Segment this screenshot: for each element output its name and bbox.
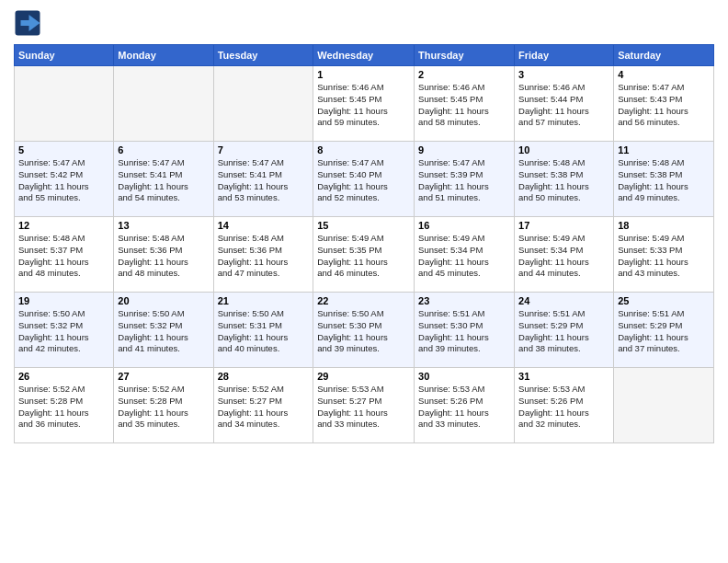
calendar-cell: 10Sunrise: 5:48 AM Sunset: 5:38 PM Dayli…: [515, 142, 614, 217]
calendar-cell: 5Sunrise: 5:47 AM Sunset: 5:42 PM Daylig…: [15, 142, 114, 217]
calendar-cell: 4Sunrise: 5:47 AM Sunset: 5:43 PM Daylig…: [614, 66, 714, 142]
day-info: Sunrise: 5:50 AM Sunset: 5:30 PM Dayligh…: [317, 308, 410, 355]
calendar-cell: 16Sunrise: 5:49 AM Sunset: 5:34 PM Dayli…: [415, 217, 515, 293]
day-number: 5: [18, 144, 109, 155]
day-info: Sunrise: 5:47 AM Sunset: 5:41 PM Dayligh…: [118, 157, 209, 204]
day-number: 28: [218, 371, 310, 382]
weekday-header: Friday: [515, 45, 614, 66]
day-info: Sunrise: 5:50 AM Sunset: 5:31 PM Dayligh…: [218, 308, 310, 355]
calendar-week-row: 5Sunrise: 5:47 AM Sunset: 5:42 PM Daylig…: [15, 142, 714, 217]
calendar-cell: 21Sunrise: 5:50 AM Sunset: 5:31 PM Dayli…: [213, 293, 313, 368]
calendar-cell: 11Sunrise: 5:48 AM Sunset: 5:38 PM Dayli…: [614, 142, 714, 217]
day-number: 11: [618, 144, 710, 155]
logo: [14, 9, 45, 37]
day-number: 14: [218, 220, 310, 231]
day-info: Sunrise: 5:52 AM Sunset: 5:27 PM Dayligh…: [218, 384, 310, 431]
day-number: 27: [118, 371, 209, 382]
day-info: Sunrise: 5:50 AM Sunset: 5:32 PM Dayligh…: [118, 308, 209, 355]
day-info: Sunrise: 5:48 AM Sunset: 5:36 PM Dayligh…: [118, 233, 209, 280]
day-info: Sunrise: 5:46 AM Sunset: 5:45 PM Dayligh…: [418, 82, 510, 129]
calendar-cell: 31Sunrise: 5:53 AM Sunset: 5:26 PM Dayli…: [515, 368, 614, 443]
calendar-cell: 13Sunrise: 5:48 AM Sunset: 5:36 PM Dayli…: [114, 217, 213, 293]
weekday-header: Wednesday: [313, 45, 415, 66]
calendar-cell: 18Sunrise: 5:49 AM Sunset: 5:33 PM Dayli…: [614, 217, 714, 293]
day-number: 25: [618, 295, 710, 306]
calendar-week-row: 26Sunrise: 5:52 AM Sunset: 5:28 PM Dayli…: [15, 368, 714, 443]
day-info: Sunrise: 5:47 AM Sunset: 5:40 PM Dayligh…: [317, 157, 410, 204]
calendar-cell: 3Sunrise: 5:46 AM Sunset: 5:44 PM Daylig…: [515, 66, 614, 142]
day-number: 6: [118, 144, 209, 155]
day-info: Sunrise: 5:51 AM Sunset: 5:29 PM Dayligh…: [618, 308, 710, 355]
calendar-cell: 20Sunrise: 5:50 AM Sunset: 5:32 PM Dayli…: [114, 293, 213, 368]
calendar-cell: 24Sunrise: 5:51 AM Sunset: 5:29 PM Dayli…: [515, 293, 614, 368]
day-number: 30: [418, 371, 510, 382]
day-info: Sunrise: 5:48 AM Sunset: 5:37 PM Dayligh…: [18, 233, 109, 280]
day-number: 23: [418, 295, 510, 306]
weekday-header: Monday: [114, 45, 213, 66]
day-number: 31: [518, 371, 609, 382]
calendar-cell: 2Sunrise: 5:46 AM Sunset: 5:45 PM Daylig…: [415, 66, 515, 142]
day-info: Sunrise: 5:51 AM Sunset: 5:29 PM Dayligh…: [518, 308, 609, 355]
day-info: Sunrise: 5:49 AM Sunset: 5:33 PM Dayligh…: [618, 233, 710, 280]
day-number: 19: [18, 295, 109, 306]
calendar-cell: 6Sunrise: 5:47 AM Sunset: 5:41 PM Daylig…: [114, 142, 213, 217]
day-number: 16: [418, 220, 510, 231]
calendar-cell: [614, 368, 714, 443]
calendar-cell: 28Sunrise: 5:52 AM Sunset: 5:27 PM Dayli…: [213, 368, 313, 443]
day-info: Sunrise: 5:49 AM Sunset: 5:34 PM Dayligh…: [418, 233, 510, 280]
calendar-cell: [15, 66, 114, 142]
calendar-cell: 29Sunrise: 5:53 AM Sunset: 5:27 PM Dayli…: [313, 368, 415, 443]
day-number: 4: [618, 69, 710, 80]
calendar-cell: 1Sunrise: 5:46 AM Sunset: 5:45 PM Daylig…: [313, 66, 415, 142]
day-info: Sunrise: 5:53 AM Sunset: 5:26 PM Dayligh…: [418, 384, 510, 431]
day-info: Sunrise: 5:47 AM Sunset: 5:39 PM Dayligh…: [418, 157, 510, 204]
day-info: Sunrise: 5:51 AM Sunset: 5:30 PM Dayligh…: [418, 308, 510, 355]
calendar-week-row: 19Sunrise: 5:50 AM Sunset: 5:32 PM Dayli…: [15, 293, 714, 368]
day-number: 29: [317, 371, 410, 382]
calendar-cell: 26Sunrise: 5:52 AM Sunset: 5:28 PM Dayli…: [15, 368, 114, 443]
day-info: Sunrise: 5:47 AM Sunset: 5:41 PM Dayligh…: [218, 157, 310, 204]
day-info: Sunrise: 5:48 AM Sunset: 5:38 PM Dayligh…: [518, 157, 609, 204]
day-number: 26: [18, 371, 109, 382]
calendar-week-row: 1Sunrise: 5:46 AM Sunset: 5:45 PM Daylig…: [15, 66, 714, 142]
weekday-header: Thursday: [415, 45, 515, 66]
day-info: Sunrise: 5:53 AM Sunset: 5:27 PM Dayligh…: [317, 384, 410, 431]
page-container: SundayMondayTuesdayWednesdayThursdayFrid…: [0, 0, 728, 453]
day-number: 1: [317, 69, 410, 80]
calendar-cell: 8Sunrise: 5:47 AM Sunset: 5:40 PM Daylig…: [313, 142, 415, 217]
calendar-cell: [114, 66, 213, 142]
calendar-cell: [213, 66, 313, 142]
calendar-cell: 27Sunrise: 5:52 AM Sunset: 5:28 PM Dayli…: [114, 368, 213, 443]
day-info: Sunrise: 5:46 AM Sunset: 5:45 PM Dayligh…: [317, 82, 410, 129]
calendar-cell: 14Sunrise: 5:48 AM Sunset: 5:36 PM Dayli…: [213, 217, 313, 293]
weekday-header: Tuesday: [213, 45, 313, 66]
day-number: 20: [118, 295, 209, 306]
day-info: Sunrise: 5:53 AM Sunset: 5:26 PM Dayligh…: [518, 384, 609, 431]
calendar-cell: 17Sunrise: 5:49 AM Sunset: 5:34 PM Dayli…: [515, 217, 614, 293]
calendar-week-row: 12Sunrise: 5:48 AM Sunset: 5:37 PM Dayli…: [15, 217, 714, 293]
calendar-cell: 25Sunrise: 5:51 AM Sunset: 5:29 PM Dayli…: [614, 293, 714, 368]
day-number: 22: [317, 295, 410, 306]
day-number: 17: [518, 220, 609, 231]
calendar-cell: 30Sunrise: 5:53 AM Sunset: 5:26 PM Dayli…: [415, 368, 515, 443]
weekday-header: Sunday: [15, 45, 114, 66]
calendar-cell: 9Sunrise: 5:47 AM Sunset: 5:39 PM Daylig…: [415, 142, 515, 217]
calendar-cell: 12Sunrise: 5:48 AM Sunset: 5:37 PM Dayli…: [15, 217, 114, 293]
day-number: 3: [518, 69, 609, 80]
calendar-table: SundayMondayTuesdayWednesdayThursdayFrid…: [14, 44, 714, 443]
day-info: Sunrise: 5:49 AM Sunset: 5:35 PM Dayligh…: [317, 233, 410, 280]
calendar-cell: 23Sunrise: 5:51 AM Sunset: 5:30 PM Dayli…: [415, 293, 515, 368]
day-number: 12: [18, 220, 109, 231]
day-info: Sunrise: 5:47 AM Sunset: 5:43 PM Dayligh…: [618, 82, 710, 129]
day-number: 15: [317, 220, 410, 231]
day-info: Sunrise: 5:50 AM Sunset: 5:32 PM Dayligh…: [18, 308, 109, 355]
day-number: 24: [518, 295, 609, 306]
day-number: 21: [218, 295, 310, 306]
calendar-cell: 22Sunrise: 5:50 AM Sunset: 5:30 PM Dayli…: [313, 293, 415, 368]
day-info: Sunrise: 5:52 AM Sunset: 5:28 PM Dayligh…: [118, 384, 209, 431]
day-info: Sunrise: 5:48 AM Sunset: 5:36 PM Dayligh…: [218, 233, 310, 280]
day-info: Sunrise: 5:52 AM Sunset: 5:28 PM Dayligh…: [18, 384, 109, 431]
calendar-cell: 19Sunrise: 5:50 AM Sunset: 5:32 PM Dayli…: [15, 293, 114, 368]
day-info: Sunrise: 5:48 AM Sunset: 5:38 PM Dayligh…: [618, 157, 710, 204]
day-number: 13: [118, 220, 209, 231]
